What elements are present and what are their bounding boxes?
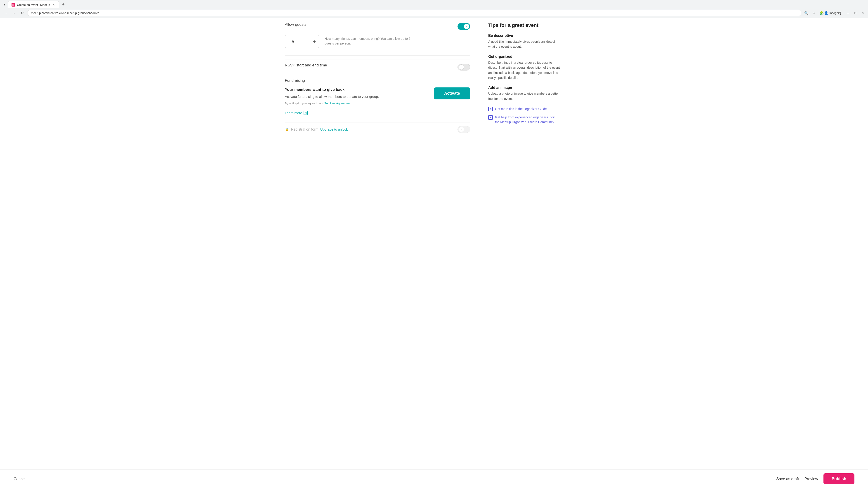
x-icon-reg: ✕ (460, 128, 463, 131)
registration-label: Registration form (291, 127, 318, 131)
tab-bar: ▼ M Create an event | Meetup ✕ + (0, 0, 868, 8)
forward-icon: → (12, 11, 16, 15)
forward-button[interactable]: → (11, 10, 17, 16)
fundraising-section-label: Fundraising (285, 78, 470, 83)
rsvp-toggle[interactable]: ✕ (458, 64, 470, 70)
tab-expand-button[interactable]: ▼ (2, 2, 7, 7)
back-button[interactable]: ← (3, 10, 9, 16)
learn-more-link[interactable]: Learn more (285, 111, 470, 115)
allow-guests-row: Allow guests ✓ (285, 22, 470, 31)
rsvp-row: RSVP start and end time ✕ (285, 59, 470, 75)
fundraising-card: Your members want to give back Activate … (285, 88, 470, 108)
allow-guests-toggle[interactable]: ✓ (458, 23, 470, 30)
guest-counter: 5 — + (285, 35, 319, 48)
tips-title: Tips for a great event (488, 22, 561, 28)
fundraising-terms: By opting-in, you agree to our Services … (285, 102, 429, 105)
organizer-guide-link[interactable]: Get more tips in the Organizer Guide (488, 107, 561, 111)
bookmark-icon: ☆ (813, 11, 815, 15)
more-button[interactable]: ⋮ (837, 10, 844, 16)
upgrade-link[interactable]: Upgrade to unlock (320, 127, 348, 131)
fundraising-content: Your members want to give back Activate … (285, 88, 429, 108)
allow-guests-label: Allow guests (285, 22, 306, 27)
more-icon: ⋮ (839, 11, 842, 15)
fundraising-section: Fundraising Your members want to give ba… (285, 78, 470, 115)
divider (285, 55, 470, 56)
increase-guests-button[interactable]: + (310, 35, 319, 48)
maximize-button[interactable]: □ (852, 10, 858, 16)
fundraising-desc: Activate fundraising to allow members to… (285, 94, 429, 99)
tip3-heading: Add an image (488, 86, 561, 90)
fundraising-heading: Your members want to give back (285, 88, 429, 92)
active-tab[interactable]: M Create an event | Meetup ✕ (8, 1, 59, 8)
registration-row: 🔒 Registration form Upgrade to unlock ✕ (285, 122, 470, 136)
tip3-text: Upload a photo or image to give members … (488, 91, 561, 101)
guest-hint: How many friends can members bring? You … (324, 35, 415, 46)
browser-toolbar: ← → ↻ meetup.com/creative-circle-meetup-… (0, 8, 868, 18)
page-content: Allow guests ✓ 5 — + How many friends ca… (276, 18, 592, 164)
tips-sidebar: Tips for a great event Be descriptive A … (479, 18, 561, 164)
tab-close-button[interactable]: ✕ (52, 3, 55, 6)
rsvp-toggle-knob: ✕ (459, 64, 464, 70)
registration-label-group: 🔒 Registration form Upgrade to unlock (285, 127, 348, 131)
extensions-button[interactable]: 🧩 (818, 10, 825, 16)
discord-label: Get help from experienced organizers. Jo… (495, 115, 561, 125)
toggle-knob: ✓ (464, 24, 469, 29)
guest-count-value: 5 (285, 35, 301, 48)
refresh-button[interactable]: ↻ (19, 10, 25, 16)
registration-toggle-knob: ✕ (459, 127, 464, 132)
lock-icon: 🔒 (285, 127, 289, 131)
new-tab-button[interactable]: + (60, 2, 66, 8)
tab-title: Create an event | Meetup (17, 3, 50, 6)
bookmark-button[interactable]: ☆ (811, 10, 817, 16)
window-controls: ─ □ ✕ (845, 10, 865, 16)
browser-actions: 🔍 ☆ 🧩 👤 Incognito ⋮ (803, 10, 844, 16)
profile-button[interactable]: 👤 Incognito (830, 10, 836, 16)
guest-counter-row: 5 — + How many friends can members bring… (285, 35, 470, 48)
tip2-heading: Get organized (488, 55, 561, 59)
tip2-text: Describe things in a clear order so it's… (488, 60, 561, 80)
browser-chrome: ▼ M Create an event | Meetup ✕ + ← → ↻ m… (0, 0, 868, 18)
discord-link[interactable]: Get help from experienced organizers. Jo… (488, 115, 561, 125)
decrease-guests-button[interactable]: — (301, 35, 310, 48)
tip-image: Add an image Upload a photo or image to … (488, 86, 561, 101)
tip1-heading: Be descriptive (488, 34, 561, 38)
tip-descriptive: Be descriptive A good title immediately … (488, 34, 561, 49)
address-text: meetup.com/creative-circle-meetup-group/… (31, 11, 798, 15)
address-bar[interactable]: meetup.com/creative-circle-meetup-group/… (27, 10, 801, 16)
refresh-icon: ↻ (21, 11, 24, 15)
extensions-icon: 🧩 (819, 11, 824, 15)
main-form: Allow guests ✓ 5 — + How many friends ca… (285, 18, 479, 164)
search-icon: 🔍 (804, 11, 809, 15)
x-icon: ✕ (460, 66, 463, 69)
close-button[interactable]: ✕ (860, 10, 865, 16)
organizer-guide-icon (488, 107, 493, 111)
activate-button[interactable]: Activate (434, 88, 470, 99)
discord-icon (488, 115, 493, 120)
tab-favicon: M (11, 3, 15, 6)
profile-icon: 👤 (824, 11, 829, 15)
services-agreement-link[interactable]: Services Agreement. (324, 102, 351, 105)
learn-more-label: Learn more (285, 111, 302, 115)
back-icon: ← (4, 11, 8, 15)
search-button[interactable]: 🔍 (803, 10, 809, 16)
tip-organized: Get organized Describe things in a clear… (488, 55, 561, 80)
registration-toggle[interactable]: ✕ (458, 126, 470, 133)
organizer-guide-label: Get more tips in the Organizer Guide (495, 107, 547, 111)
rsvp-label: RSVP start and end time (285, 63, 327, 68)
minimize-button[interactable]: ─ (845, 10, 851, 16)
allow-guests-section: Allow guests ✓ 5 — + How many friends ca… (285, 22, 470, 48)
external-link-icon (304, 111, 308, 115)
toggle-check-icon: ✓ (466, 25, 468, 28)
tip1-text: A good title immediately gives people an… (488, 39, 561, 49)
